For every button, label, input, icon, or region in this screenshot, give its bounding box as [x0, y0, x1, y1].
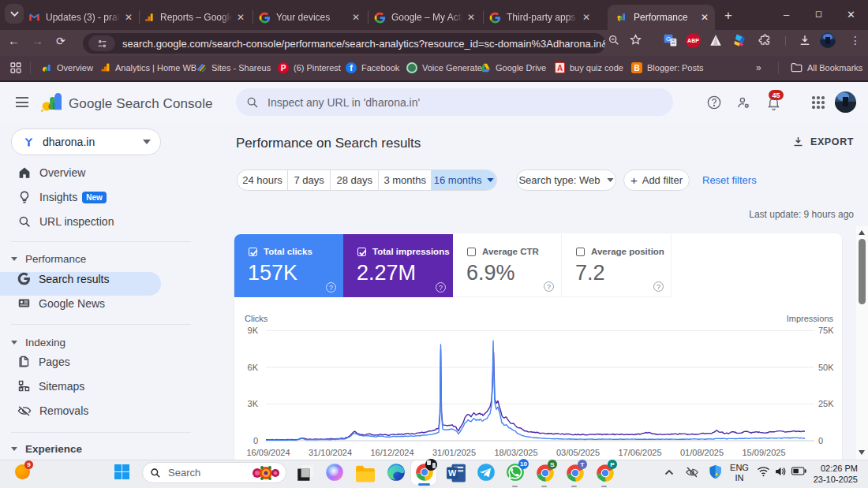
svg-text:G: G: [666, 35, 671, 43]
svg-text:03/05/2025: 03/05/2025: [556, 448, 600, 457]
svg-text:15/09/2025: 15/09/2025: [742, 448, 785, 457]
svg-text:50K: 50K: [818, 363, 834, 372]
svg-text:75K: 75K: [818, 326, 834, 335]
svg-text:0: 0: [253, 436, 258, 445]
svg-text:0: 0: [818, 436, 823, 445]
svg-text:Clicks: Clicks: [245, 314, 268, 323]
svg-text:W: W: [448, 468, 457, 478]
svg-text:16/12/2024: 16/12/2024: [370, 448, 413, 457]
svg-text:31/10/2024: 31/10/2024: [309, 448, 352, 457]
svg-text:17/06/2025: 17/06/2025: [618, 448, 661, 457]
svg-text:3K: 3K: [248, 399, 259, 408]
svg-text:9K: 9K: [248, 326, 259, 335]
svg-text:18/03/2025: 18/03/2025: [494, 448, 537, 457]
svg-text:Impressions: Impressions: [787, 314, 834, 323]
svg-text:16/09/2024: 16/09/2024: [246, 448, 290, 457]
svg-text:31/01/2025: 31/01/2025: [432, 448, 476, 457]
svg-text:01/08/2025: 01/08/2025: [680, 448, 724, 457]
svg-text:6K: 6K: [248, 363, 259, 372]
svg-text:25K: 25K: [818, 399, 834, 408]
